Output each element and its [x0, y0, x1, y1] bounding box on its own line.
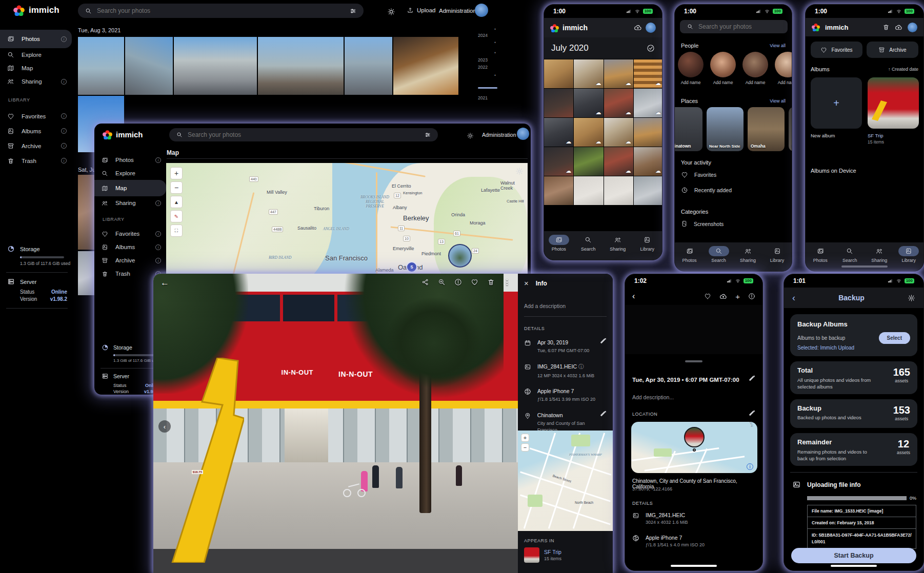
photo-thumbnail[interactable]	[125, 37, 173, 95]
upload-button[interactable]: Upload	[407, 7, 435, 14]
favorite-heart-icon[interactable]	[471, 278, 478, 286]
sidebar-item-archive[interactable]: Archivei	[0, 138, 72, 153]
sidebar-item-explore[interactable]: Explore	[0, 48, 72, 62]
administration-link[interactable]: Administration	[482, 132, 516, 138]
description-field[interactable]: Add a description	[524, 303, 607, 309]
place-tile[interactable]: Chinatown	[674, 107, 702, 151]
zoom-in-icon[interactable]	[438, 278, 446, 286]
info-icon[interactable]: i	[155, 231, 161, 237]
sidebar-item-map[interactable]: Map	[94, 180, 166, 196]
nav-library[interactable]: Library	[762, 246, 792, 263]
photo-thumbnail[interactable]: ☁	[604, 59, 633, 88]
photo-thumbnail[interactable]	[544, 59, 573, 88]
photo-thumbnail[interactable]	[174, 37, 257, 95]
avatar[interactable]	[908, 23, 917, 32]
map-photo-marker[interactable]	[448, 244, 472, 268]
location-map-card[interactable]: San Francisco Ferry Bldg i	[631, 422, 757, 473]
cloud-upload-icon[interactable]	[719, 293, 727, 300]
person-item[interactable]: Add name	[710, 52, 736, 85]
cloud-sync-icon[interactable]	[634, 24, 642, 32]
select-all-check-icon[interactable]	[647, 44, 655, 52]
sidebar-item-photos[interactable]: Photosi	[0, 30, 72, 48]
search-input[interactable]	[187, 131, 420, 139]
person-item[interactable]: Add name	[678, 52, 704, 85]
info-icon[interactable]	[748, 293, 755, 300]
info-icon[interactable]: i	[155, 258, 161, 263]
search-bar[interactable]	[169, 128, 438, 141]
edit-date-icon[interactable]	[600, 338, 606, 343]
map-settings-button[interactable]	[515, 166, 524, 175]
search-input[interactable]	[96, 7, 346, 15]
info-icon[interactable]: i	[61, 143, 67, 149]
avatar[interactable]	[475, 4, 488, 17]
place-tile[interactable]: Pi	[789, 107, 792, 151]
album-tile-sf-trip[interactable]	[868, 77, 919, 129]
back-chevron-icon[interactable]: ‹	[632, 292, 696, 301]
nav-search[interactable]: Search	[574, 235, 604, 252]
sidebar-item-sharing[interactable]: Sharingi	[0, 75, 72, 88]
place-tile[interactable]: Near North Side	[707, 107, 744, 151]
photo-thumbnail[interactable]	[634, 118, 662, 147]
info-icon[interactable]: i	[155, 244, 161, 250]
nav-photos[interactable]: Photos	[806, 246, 835, 263]
info-icon[interactable]: i	[61, 79, 67, 85]
photo-thumbnail[interactable]: ☁	[634, 59, 662, 88]
nav-library[interactable]: Library	[894, 246, 924, 263]
info-icon[interactable]: i	[61, 158, 67, 163]
archive-button[interactable]: Archive	[867, 42, 918, 58]
person-item[interactable]: Add name	[742, 52, 768, 85]
photo-thumbnail[interactable]: ☁	[574, 59, 603, 88]
theme-toggle-button[interactable]	[467, 131, 474, 140]
places-view-all-link[interactable]: View all	[770, 98, 786, 104]
photo-thumbnail[interactable]	[634, 176, 662, 205]
sidebar-item-albums[interactable]: Albumsi	[0, 124, 72, 138]
photo-thumbnail[interactable]	[78, 175, 94, 250]
edit-location-icon[interactable]	[749, 411, 754, 416]
minimap-zoom-out-button[interactable]: −	[521, 443, 529, 452]
map-cluster-marker[interactable]: 5	[406, 261, 417, 273]
nav-search[interactable]: Search	[704, 246, 733, 263]
sheet-drag-handle[interactable]	[685, 360, 702, 362]
info-icon[interactable]: i	[155, 200, 161, 206]
nav-sharing[interactable]: Sharing	[865, 246, 894, 263]
nav-library[interactable]: Library	[633, 235, 662, 252]
sidebar-item-photos[interactable]: Photosi	[94, 153, 166, 167]
photo-area[interactable]	[625, 305, 762, 354]
photo-thumbnail[interactable]: ☁	[574, 118, 603, 147]
close-icon[interactable]: ×	[524, 279, 529, 288]
photo-thumbnail[interactable]	[544, 89, 573, 117]
photo-thumbnail[interactable]	[544, 176, 573, 205]
gear-icon[interactable]	[908, 294, 915, 302]
photo-thumbnail[interactable]	[345, 37, 392, 95]
info-icon[interactable]: i	[61, 113, 67, 119]
activity-recently-added-row[interactable]: Recently added	[681, 187, 732, 194]
place-tile[interactable]: Omaha	[748, 107, 785, 151]
administration-link[interactable]: Administration	[439, 8, 476, 14]
map-draw-button[interactable]: ✎	[170, 210, 183, 222]
description-field[interactable]: Add description...	[632, 394, 674, 400]
timeline-scrubber[interactable]: 2024 2023 2022 2021 • • • •	[478, 31, 500, 108]
info-icon[interactable]: i	[61, 128, 67, 134]
filter-sliders-icon[interactable]	[425, 132, 431, 138]
photo-thumbnail[interactable]: ☁	[604, 118, 633, 147]
viewer-photo[interactable]: IN-N-OUT IN-N-OUT $18.75	[153, 274, 518, 573]
photo-thumbnail[interactable]: ☁	[634, 147, 662, 176]
favorite-heart-icon[interactable]	[704, 293, 711, 300]
photo-thumbnail[interactable]: ☁	[544, 147, 573, 176]
nav-sharing[interactable]: Sharing	[733, 246, 762, 263]
albums-sort-button[interactable]: ↑ Created date	[888, 67, 918, 72]
location-minimap[interactable]: FISHERMAN'S WHARF Beach Street North Bea…	[518, 431, 613, 531]
photo-thumbnail[interactable]: ☁	[544, 118, 573, 147]
photo-thumbnail[interactable]: ☁	[604, 147, 633, 176]
new-album-tile[interactable]: +	[811, 77, 862, 129]
trash-icon[interactable]	[882, 24, 890, 31]
filter-sliders-icon[interactable]	[350, 8, 356, 14]
map-zoom-out-button[interactable]: −	[170, 181, 183, 194]
search-input[interactable]	[697, 23, 780, 31]
photo-thumbnail[interactable]: ☁	[604, 89, 633, 117]
select-albums-button[interactable]: Select	[879, 332, 910, 344]
start-backup-button[interactable]: Start Backup	[791, 548, 916, 563]
people-view-all-link[interactable]: View all	[770, 43, 786, 48]
info-icon[interactable]: i	[61, 36, 67, 42]
sidebar-item-archive[interactable]: Archivei	[94, 254, 166, 267]
